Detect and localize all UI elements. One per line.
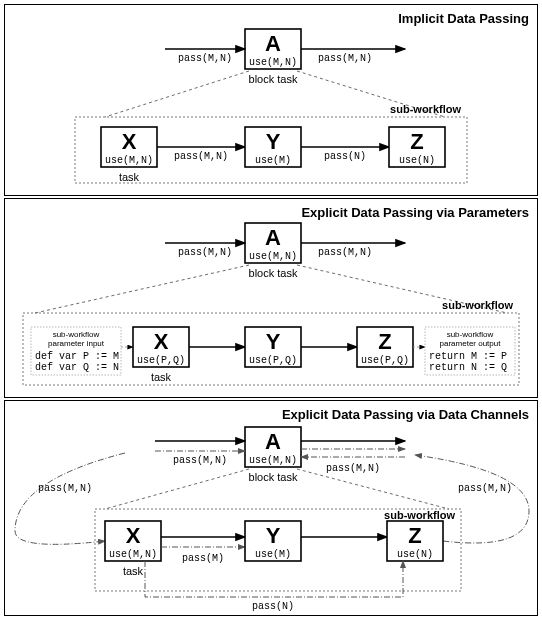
channel-A-right-label: pass(M,N): [326, 463, 380, 474]
node-X: X use(M,N): [101, 127, 157, 167]
panel-explicit-params: Explicit Data Passing via Parameters A u…: [4, 198, 538, 398]
node-A-use: use(M,N): [249, 251, 297, 262]
channel-right-label: pass(M,N): [458, 483, 512, 494]
node-A-use: use(M,N): [249, 455, 297, 466]
param-out-line2: return N := Q: [429, 362, 507, 373]
panel-implicit: Implicit Data Passing A use(M,N) block t…: [4, 4, 538, 196]
subworkflow-label: sub-workflow: [390, 103, 461, 115]
param-in-line2: def var Q := N: [35, 362, 119, 373]
edge-X-Y-label: pass(M,N): [174, 151, 228, 162]
channel-left-label: pass(M,N): [38, 483, 92, 494]
node-Z-label: Z: [410, 129, 423, 154]
node-X: X use(P,Q): [133, 327, 189, 367]
node-Z: Z use(N): [387, 521, 443, 561]
param-output-box: sub-workflow parameter output return M :…: [425, 327, 515, 375]
channel-X-Z: [145, 561, 403, 597]
block-task-label: block task: [249, 73, 298, 85]
param-out-line1: return M := P: [429, 351, 507, 362]
edge-in-A-label: pass(M,N): [178, 53, 232, 64]
panel-explicit-channels: Explicit Data Passing via Data Channels …: [4, 400, 538, 616]
node-Y-label: Y: [266, 523, 281, 548]
node-Z-label: Z: [408, 523, 421, 548]
channel-X-Z-label: pass(N): [252, 601, 294, 612]
expand-left: [105, 469, 249, 509]
panel-title: Explicit Data Passing via Data Channels: [282, 407, 529, 422]
param-in-line1: def var P := M: [35, 351, 119, 362]
node-Y: Y use(M): [245, 127, 301, 167]
node-A: A use(M,N): [245, 223, 301, 263]
panel-title: Implicit Data Passing: [398, 11, 529, 26]
node-Z: Z use(P,Q): [357, 327, 413, 367]
task-label: task: [151, 371, 172, 383]
param-out-title2: parameter output: [440, 339, 502, 348]
expand-left: [35, 265, 249, 313]
node-X-use: use(M,N): [109, 549, 157, 560]
node-Z-label: Z: [378, 329, 391, 354]
param-in-title2: parameter input: [48, 339, 105, 348]
node-A-label: A: [265, 429, 281, 454]
channel-in-A-label: pass(M,N): [173, 455, 227, 466]
node-Y: Y use(M): [245, 521, 301, 561]
node-Y-use: use(M): [255, 155, 291, 166]
node-X-use: use(P,Q): [137, 355, 185, 366]
node-Z: Z use(N): [389, 127, 445, 167]
panel-title: Explicit Data Passing via Parameters: [301, 205, 529, 220]
param-in-title1: sub-workflow: [53, 330, 100, 339]
node-A-label: A: [265, 31, 281, 56]
node-Z-use: use(N): [397, 549, 433, 560]
node-A: A use(M,N): [245, 427, 301, 467]
expand-right: [297, 469, 449, 509]
subworkflow-label: sub-workflow: [442, 299, 513, 311]
node-X-use: use(M,N): [105, 155, 153, 166]
node-A-use: use(M,N): [249, 57, 297, 68]
edge-in-A-label: pass(M,N): [178, 247, 232, 258]
node-X: X use(M,N): [105, 521, 161, 561]
node-Y: Y use(P,Q): [245, 327, 301, 367]
edge-out-A-label: pass(M,N): [318, 247, 372, 258]
node-Y-use: use(M): [255, 549, 291, 560]
node-Y-label: Y: [266, 129, 281, 154]
task-label: task: [123, 565, 144, 577]
param-out-title1: sub-workflow: [447, 330, 494, 339]
node-Z-use: use(P,Q): [361, 355, 409, 366]
subworkflow-label: sub-workflow: [384, 509, 455, 521]
node-A-label: A: [265, 225, 281, 250]
node-X-label: X: [122, 129, 137, 154]
node-Z-use: use(N): [399, 155, 435, 166]
node-Y-use: use(P,Q): [249, 355, 297, 366]
node-X-label: X: [126, 523, 141, 548]
block-task-label: block task: [249, 267, 298, 279]
param-input-box: sub-workflow parameter input def var P :…: [31, 327, 121, 375]
node-Y-label: Y: [266, 329, 281, 354]
node-X-label: X: [154, 329, 169, 354]
edge-out-A-label: pass(M,N): [318, 53, 372, 64]
channel-X-Y-label: pass(M): [182, 553, 224, 564]
block-task-label: block task: [249, 471, 298, 483]
task-label: task: [119, 171, 140, 183]
expand-left: [105, 71, 249, 117]
node-A: A use(M,N): [245, 29, 301, 69]
edge-Y-Z-label: pass(N): [324, 151, 366, 162]
